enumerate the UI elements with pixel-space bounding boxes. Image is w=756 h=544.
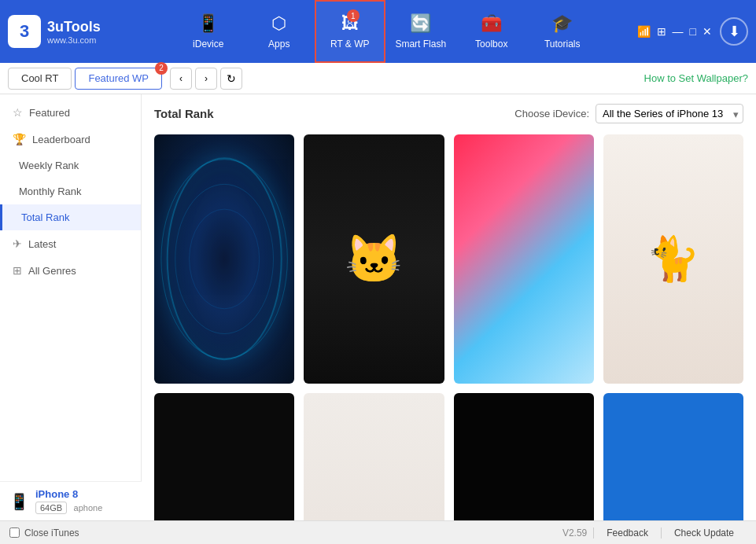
wallpaper-thumb-7: [454, 393, 594, 520]
leaderboard-icon: 🏆: [13, 133, 26, 145]
apps-icon: ⬡: [271, 13, 286, 34]
nav-arrows: ‹ ›: [170, 68, 217, 90]
wallpaper-item-1[interactable]: [154, 134, 294, 384]
check-update-button[interactable]: Check Update: [661, 527, 747, 538]
coolrt-tab[interactable]: Cool RT: [8, 68, 72, 90]
nav-right: 📶 ⊞ — □ ✕ ⬇: [637, 17, 748, 46]
grid-icon: ⊞: [657, 25, 666, 38]
status-left: Close iTunes: [9, 527, 79, 538]
wallpaper-thumb-5: 🌺: [154, 393, 294, 520]
featured-icon: ☆: [13, 106, 23, 119]
smartflash-icon: 🔄: [410, 13, 431, 34]
version-label: V2.59: [562, 527, 587, 538]
nav-apps-label: Apps: [268, 39, 289, 50]
wallpaper-thumb-2: 🐱: [304, 134, 444, 384]
device-details: iPhone 8 64GB aphone: [35, 488, 102, 514]
device-storage: 64GB: [35, 502, 67, 514]
wifi-icon: 📶: [637, 25, 651, 38]
nav-apps[interactable]: ⬡ Apps: [244, 0, 315, 63]
wallpaper-thumb-3: [454, 134, 594, 384]
sidebar-item-totalrank[interactable]: Total Rank: [0, 204, 141, 230]
svg-point-2: [190, 209, 260, 309]
logo-text: 3uTools www.3u.com: [47, 19, 101, 45]
device-panel: 📱 iPhone 8 64GB aphone: [0, 481, 142, 520]
wallpaper-item-2[interactable]: 🐱: [304, 134, 444, 384]
nav-tutorials[interactable]: 🎓 Tutorials: [527, 0, 598, 63]
sidebar-item-leaderboard[interactable]: 🏆 Leaderboard: [0, 126, 141, 153]
wallpaper-item-4[interactable]: 🐈: [603, 134, 743, 384]
wallpaper-item-3[interactable]: [454, 134, 594, 384]
status-right: V2.59 Feedback Check Update: [562, 527, 747, 538]
featuredwp-badge: 2: [155, 62, 168, 75]
nav-toolbox[interactable]: 🧰 Toolbox: [456, 0, 527, 63]
logo-icon: 3: [8, 15, 41, 48]
idevice-icon: 📱: [197, 13, 219, 34]
white-cat-image: 🐈: [603, 134, 743, 384]
nav-rtwp[interactable]: 1 🖼 RT & WP: [315, 0, 385, 63]
wallpaper-item-8[interactable]: 🌍 P1 ▲: [603, 393, 743, 520]
main-layout: ☆ Featured 🏆 Leaderboard Weekly Rank Mon…: [0, 94, 756, 520]
close-icon[interactable]: ✕: [703, 25, 712, 38]
nav-idevice[interactable]: 📱 iDevice: [173, 0, 244, 63]
top-nav: 3 3uTools www.3u.com 📱 iDevice ⬡ Apps 1 …: [0, 0, 756, 63]
content-area: Total Rank Choose iDevice: All the Serie…: [142, 94, 756, 520]
cat-image: 🐱: [304, 134, 444, 384]
download-button[interactable]: ⬇: [720, 17, 748, 46]
wallpaper-thumb-6: [304, 393, 444, 520]
wallpaper-item-5[interactable]: 🌺: [154, 393, 294, 520]
nav-items: 📱 iDevice ⬡ Apps 1 🖼 RT & WP 🔄 Smart Fla…: [134, 0, 637, 63]
toolbox-icon: 🧰: [481, 13, 502, 34]
tutorials-icon: 🎓: [551, 13, 573, 34]
sidebar-item-monthlyrank[interactable]: Monthly Rank: [0, 178, 141, 204]
device-label: Choose iDevice:: [514, 108, 589, 119]
sidebar-item-weeklyrank[interactable]: Weekly Rank: [0, 153, 141, 178]
feedback-button[interactable]: Feedback: [593, 527, 661, 538]
device-select[interactable]: All the Series of iPhone 13: [596, 104, 743, 123]
device-select-wrap: All the Series of iPhone 13: [596, 104, 743, 123]
close-itunes-checkbox[interactable]: [9, 527, 20, 538]
main-wrapper: ☆ Featured 🏆 Leaderboard Weekly Rank Mon…: [0, 94, 756, 544]
sidebar-item-latest[interactable]: ✈ Latest: [0, 230, 141, 257]
content-title: Total Rank: [154, 107, 214, 120]
svg-point-0: [161, 160, 287, 359]
device-icon: 📱: [9, 492, 29, 511]
back-button[interactable]: ‹: [170, 68, 192, 90]
maximize-icon[interactable]: □: [690, 25, 696, 38]
device-name: iPhone 8: [35, 488, 102, 500]
nav-toolbox-label: Toolbox: [475, 39, 507, 50]
wallpaper-thumb-1: [154, 134, 294, 384]
wallpaper-item-7[interactable]: [454, 393, 594, 520]
logo-area: 3 3uTools www.3u.com: [8, 15, 134, 48]
sub-nav: Cool RT Featured WP 2 ‹ › ↻ How to Set W…: [0, 63, 756, 94]
wallpaper-item-6[interactable]: [304, 393, 444, 520]
nav-rtwp-label: RT & WP: [330, 39, 370, 50]
minimize-icon[interactable]: —: [673, 25, 684, 38]
allgenres-icon: ⊞: [13, 264, 22, 277]
content-header: Total Rank Choose iDevice: All the Serie…: [154, 104, 743, 123]
app-name: 3uTools: [47, 19, 101, 35]
nav-smartflash[interactable]: 🔄 Smart Flash: [385, 0, 456, 63]
system-icons: 📶 ⊞ — □ ✕: [637, 25, 712, 38]
app-url: www.3u.com: [47, 35, 101, 45]
sidebar-item-allgenres[interactable]: ⊞ All Genres: [0, 257, 141, 284]
nav-smartflash-label: Smart Flash: [395, 39, 446, 50]
device-select-area: Choose iDevice: All the Series of iPhone…: [514, 104, 743, 123]
refresh-button[interactable]: ↻: [220, 68, 242, 90]
status-bar: Close iTunes V2.59 Feedback Check Update: [0, 520, 756, 544]
wallpaper-thumb-4: 🐈: [603, 134, 743, 384]
close-itunes-label: Close iTunes: [24, 527, 79, 538]
forward-button[interactable]: ›: [195, 68, 217, 90]
wallpaper-thumb-8: 🌍: [603, 393, 743, 520]
latest-icon: ✈: [13, 237, 22, 250]
wallpaper-grid: 🐱 🐈 🌺: [154, 134, 743, 520]
sidebar: ☆ Featured 🏆 Leaderboard Weekly Rank Mon…: [0, 94, 142, 520]
rtwp-badge: 1: [347, 9, 360, 22]
nav-idevice-label: iDevice: [193, 39, 223, 50]
sidebar-item-featured[interactable]: ☆ Featured: [0, 99, 141, 126]
how-to-link[interactable]: How to Set Wallpaper?: [644, 72, 748, 84]
nav-tutorials-label: Tutorials: [544, 39, 581, 50]
device-type: aphone: [74, 503, 103, 513]
featuredwp-tab[interactable]: Featured WP 2: [75, 68, 162, 90]
svg-point-1: [175, 184, 274, 333]
